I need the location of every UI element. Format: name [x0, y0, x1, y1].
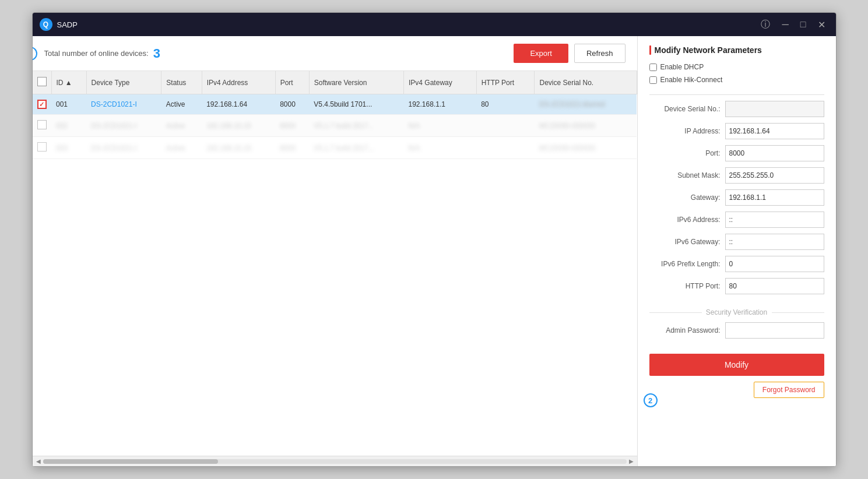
row1-serial: DS-2CD1021-blurred	[535, 94, 637, 115]
row1-status: Active	[161, 94, 202, 115]
row3-device-type: DS-2CD1021-I	[86, 137, 161, 159]
gateway-row: Gateway:	[649, 189, 824, 206]
ipv6-gateway-input[interactable]	[725, 234, 824, 250]
annotation-1-badge: 1	[33, 47, 37, 61]
row1-sw-version: V5.4.5build 1701...	[309, 94, 403, 115]
row1-http-port: 80	[476, 94, 535, 115]
row3-id: 003	[51, 137, 86, 159]
ipv6-prefix-input[interactable]	[725, 256, 824, 272]
ip-address-row: IP Address:	[649, 123, 824, 139]
refresh-button[interactable]: Refresh	[574, 44, 625, 63]
table-row[interactable]: 003 DS-2CD1021-I Active 192.168.10.15 80…	[33, 137, 637, 159]
enable-hik-row: Enable Hik-Connect	[649, 76, 824, 84]
row3-http-port	[476, 137, 535, 159]
device-count-label: Total number of online devices:	[44, 49, 149, 58]
ipv6-gateway-label: IPv6 Gateway:	[649, 238, 725, 246]
subnet-label: Subnet Mask:	[649, 171, 725, 179]
row2-checkbox-cell[interactable]	[33, 115, 52, 137]
device-count-number: 3	[153, 46, 160, 61]
row3-status: Active	[161, 137, 202, 159]
subnet-row: Subnet Mask:	[649, 167, 824, 184]
gateway-input[interactable]	[725, 189, 824, 206]
row2-ipv4: 192.168.10.15	[202, 115, 275, 137]
row3-sw-version: V5.1.7 build 2017...	[309, 137, 403, 159]
row3-gateway: N/A	[404, 137, 477, 159]
row1-checkbox-cell[interactable]	[33, 94, 52, 115]
device-serial-input[interactable]	[725, 101, 824, 117]
row2-checkbox[interactable]	[37, 120, 47, 129]
scroll-right-arrow[interactable]: ▶	[627, 458, 636, 464]
row2-sw-version: V5.1.7 build 2017...	[309, 115, 403, 137]
row3-checkbox[interactable]	[37, 142, 47, 152]
enable-dhcp-label[interactable]: Enable DHCP	[660, 63, 704, 71]
enable-hik-label[interactable]: Enable Hik-Connect	[660, 76, 723, 84]
export-button[interactable]: Export	[514, 44, 568, 63]
divider	[649, 94, 824, 95]
top-bar-actions: Export Refresh	[514, 44, 625, 63]
enable-dhcp-checkbox[interactable]	[649, 64, 657, 71]
header-ipv4: IPv4 Address	[202, 71, 275, 94]
enable-hik-checkbox[interactable]	[649, 76, 657, 84]
ipv6-prefix-row: IPv6 Prefix Length:	[649, 256, 824, 272]
device-serial-row: Device Serial No.:	[649, 101, 824, 117]
modify-button[interactable]: Modify	[649, 354, 824, 376]
ip-address-input[interactable]	[725, 123, 824, 139]
security-verification-label: Security Verification	[649, 308, 824, 316]
header-serial: Device Serial No.	[535, 71, 637, 94]
main-window: Q SADP ⓘ ─ □ ✕ 1 Total number of online …	[32, 12, 837, 467]
ipv6-addr-row: IPv6 Address:	[649, 212, 824, 228]
info-icon[interactable]: ⓘ	[757, 17, 774, 32]
row1-port: 8000	[275, 94, 309, 115]
subnet-input[interactable]	[725, 167, 824, 184]
device-table: ID ▲ Device Type Status IPv4 Address Por…	[33, 71, 637, 159]
header-device-type: Device Type	[86, 71, 161, 94]
ipv6-prefix-label: IPv6 Prefix Length:	[649, 260, 725, 268]
table-row[interactable]: 001 DS-2CD1021-I Active 192.168.1.64 800…	[33, 94, 637, 115]
panel-title: Modify Network Parameters	[649, 45, 824, 55]
row1-checkbox[interactable]	[37, 100, 47, 109]
table-row[interactable]: 002 DS-2CD1021-I Active 192.168.10.15 80…	[33, 115, 637, 137]
header-id: ID ▲	[51, 71, 86, 94]
enable-dhcp-row: Enable DHCP	[649, 63, 824, 71]
row1-id: 001	[51, 94, 86, 115]
device-table-container: ID ▲ Device Type Status IPv4 Address Por…	[33, 71, 637, 456]
scroll-thumb[interactable]	[43, 459, 218, 464]
scroll-track[interactable]	[43, 459, 627, 464]
admin-password-label: Admin Password:	[649, 326, 725, 334]
admin-password-input[interactable]	[725, 322, 824, 339]
row3-checkbox-cell[interactable]	[33, 137, 52, 159]
row3-serial: MC20090-000000	[535, 137, 637, 159]
admin-password-row: Admin Password:	[649, 322, 824, 339]
minimize-button[interactable]: ─	[778, 18, 792, 31]
http-port-row: HTTP Port:	[649, 278, 824, 294]
row3-port: 8000	[275, 137, 309, 159]
gateway-label: Gateway:	[649, 193, 725, 202]
row2-http-port	[476, 115, 535, 137]
title-bar: Q SADP ⓘ ─ □ ✕	[33, 13, 836, 36]
header-checkbox-cell	[33, 71, 52, 94]
maximize-button[interactable]: □	[797, 18, 810, 31]
row2-gateway: N/A	[404, 115, 477, 137]
header-checkbox[interactable]	[37, 77, 47, 86]
port-input[interactable]	[725, 145, 824, 161]
scroll-left-arrow[interactable]: ◀	[34, 458, 43, 464]
left-panel: 1 Total number of online devices: 3 Expo…	[33, 36, 638, 466]
http-port-label: HTTP Port:	[649, 282, 725, 290]
row2-id: 002	[51, 115, 86, 137]
horizontal-scrollbar[interactable]: ◀ ▶	[33, 456, 637, 466]
panel-title-accent	[649, 45, 651, 55]
row2-port: 8000	[275, 115, 309, 137]
row3-ipv4: 192.168.10.15	[202, 137, 275, 159]
forgot-password-button[interactable]: Forgot Password	[754, 382, 824, 398]
ipv6-addr-label: IPv6 Address:	[649, 216, 725, 224]
ipv6-addr-input[interactable]	[725, 212, 824, 228]
ip-address-label: IP Address:	[649, 127, 725, 135]
row1-device-type: DS-2CD1021-I	[86, 94, 161, 115]
top-bar: 1 Total number of online devices: 3 Expo…	[33, 36, 637, 71]
device-serial-label: Device Serial No.:	[649, 105, 725, 113]
annotation-2-badge: 2	[644, 393, 658, 407]
row2-device-type: DS-2CD1021-I	[86, 115, 161, 137]
http-port-input[interactable]	[725, 278, 824, 294]
close-button[interactable]: ✕	[814, 18, 829, 31]
app-title: SADP	[57, 20, 758, 29]
